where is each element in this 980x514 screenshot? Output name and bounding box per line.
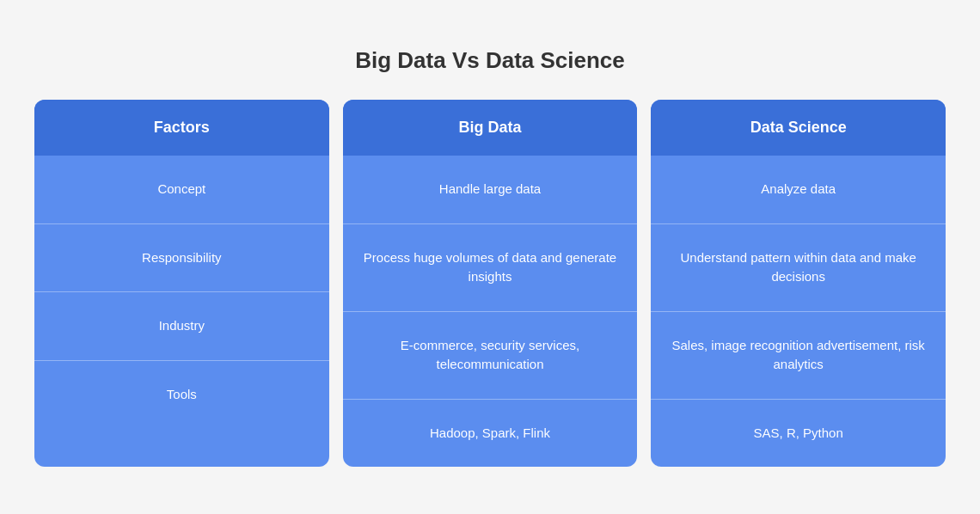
column-header-datascience: Data Science (651, 100, 946, 156)
column-header-factors: Factors (34, 100, 329, 156)
column-factors: FactorsConceptResponsibilityIndustryTool… (34, 100, 329, 467)
cell-factors-row1: Responsibility (34, 223, 329, 292)
cell-datascience-row1: Understand pattern within data and make … (651, 223, 946, 311)
cell-factors-row0: Concept (34, 156, 329, 223)
page-title: Big Data Vs Data Science (355, 47, 625, 74)
cell-bigdata-row2: E-commerce, security services, telecommu… (343, 311, 638, 399)
column-datascience: Data ScienceAnalyze dataUnderstand patte… (651, 100, 946, 467)
comparison-table: FactorsConceptResponsibilityIndustryTool… (34, 100, 946, 467)
column-body-bigdata: Handle large dataProcess huge volumes of… (343, 156, 638, 467)
cell-factors-row3: Tools (34, 360, 329, 429)
cell-datascience-row2: Sales, image recognition advertisement, … (651, 311, 946, 399)
cell-datascience-row0: Analyze data (651, 156, 946, 223)
column-bigdata: Big DataHandle large dataProcess huge vo… (343, 100, 638, 467)
column-header-bigdata: Big Data (343, 100, 638, 156)
cell-bigdata-row0: Handle large data (343, 156, 638, 223)
cell-bigdata-row3: Hadoop, Spark, Flink (343, 399, 638, 468)
cell-datascience-row3: SAS, R, Python (651, 399, 946, 468)
column-body-datascience: Analyze dataUnderstand pattern within da… (651, 156, 946, 467)
column-body-factors: ConceptResponsibilityIndustryTools (34, 156, 329, 428)
cell-factors-row2: Industry (34, 291, 329, 360)
cell-bigdata-row1: Process huge volumes of data and generat… (343, 223, 638, 311)
